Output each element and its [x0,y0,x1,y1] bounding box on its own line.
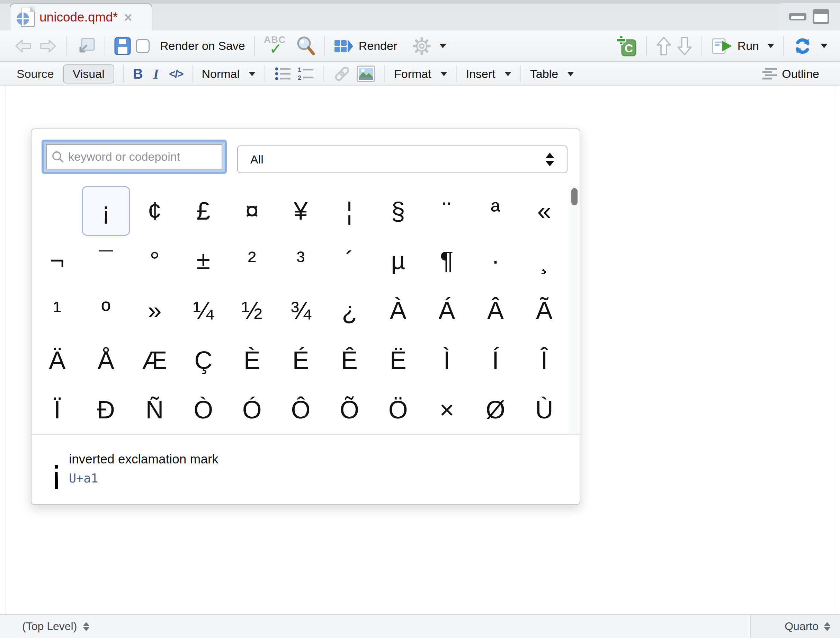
spellcheck-icon[interactable]: ABC ✓ [264,35,291,57]
char-cell[interactable]: Ê [325,335,374,385]
run-options-caret-icon[interactable] [767,44,774,48]
table-menu-caret-icon[interactable] [567,72,574,76]
char-cell[interactable]: µ [374,236,422,286]
char-cell[interactable]: ° [130,236,179,286]
char-cell[interactable]: Ã [520,286,568,335]
char-cell[interactable]: È [228,335,277,385]
char-cell[interactable]: ª [471,186,520,236]
char-cell[interactable]: Ë [374,335,422,385]
char-cell[interactable]: ¾ [276,286,325,335]
char-cell[interactable]: ± [179,236,228,286]
rerun-icon[interactable] [793,36,812,56]
save-icon[interactable] [114,37,131,55]
format-menu[interactable]: Format [394,67,431,81]
char-cell[interactable]: ¨ [422,186,471,236]
next-section-icon[interactable] [677,36,693,56]
render-on-save-checkbox[interactable] [136,39,150,53]
char-cell[interactable]: Æ [130,335,179,385]
char-cell[interactable]: Õ [325,385,374,435]
char-cell[interactable]: ¥ [276,186,325,236]
char-cell[interactable]: Á [422,286,471,335]
scope-selector[interactable]: (Top Level) [0,620,750,633]
char-cell[interactable]: × [422,385,471,435]
char-cell[interactable]: « [520,186,568,236]
back-icon[interactable] [14,38,33,54]
char-cell[interactable]: Å [82,335,131,385]
render-icon[interactable] [334,38,354,54]
char-cell[interactable]: § [374,186,422,236]
char-cell[interactable]: º [82,286,131,335]
tab-close-icon[interactable]: × [124,10,132,24]
format-selector[interactable]: Quarto [750,615,840,638]
tab-unicode-qmd[interactable]: unicode.qmd* × [10,3,152,30]
char-cell[interactable]: · [471,236,520,286]
char-cell[interactable]: Î [520,335,568,385]
char-cell[interactable]: Ô [276,385,325,435]
char-cell[interactable]: ¸ [520,236,568,286]
grid-scrollbar-thumb[interactable] [571,188,578,205]
char-cell[interactable]: Í [471,335,520,385]
open-in-new-window-icon[interactable] [76,37,96,55]
char-cell[interactable]: Ñ [130,385,179,435]
char-cell[interactable]: Ö [374,385,422,435]
outline-toggle[interactable]: Outline [763,67,819,81]
char-cell[interactable]: ¶ [422,236,471,286]
numbered-list-icon[interactable]: 1 2 [297,66,314,81]
char-cell[interactable]: ¿ [325,286,374,335]
char-cell[interactable]: ½ [228,286,277,335]
render-options-caret-icon[interactable] [439,44,446,48]
maximize-pane-icon[interactable] [813,9,829,24]
bold-button[interactable]: B [133,66,143,82]
rerun-options-caret-icon[interactable] [821,44,827,48]
char-cell[interactable]: £ [179,186,228,236]
bullet-list-icon[interactable] [274,66,292,81]
link-icon[interactable] [333,65,351,83]
paragraph-style-dropdown[interactable]: Normal [202,67,240,81]
char-cell[interactable]: ¢ [130,186,179,236]
render-button[interactable]: Render [359,39,398,53]
visual-editor-canvas[interactable]: All ¡¢£¤¥¦§¨ª«¬¯°±²³´µ¶·¸¹º»¼½¾¿ÀÁÂÃÄÅÆÇ… [0,86,840,614]
search-input[interactable] [68,150,217,163]
char-cell[interactable]: ¬ [33,236,82,286]
char-cell[interactable]: Ì [422,335,471,385]
char-cell[interactable] [33,186,82,236]
char-cell[interactable]: Ï [33,385,82,435]
char-cell[interactable]: Ð [82,385,131,435]
insert-menu[interactable]: Insert [466,67,496,81]
table-menu[interactable]: Table [530,67,558,81]
insert-chunk-icon[interactable]: C [616,35,637,57]
char-cell[interactable]: Ó [228,385,277,435]
image-icon[interactable] [357,65,375,82]
char-cell[interactable]: ¤ [228,186,277,236]
run-button[interactable]: Run [737,39,759,53]
paragraph-style-caret-icon[interactable] [249,72,256,76]
render-options-gear-icon[interactable] [412,37,431,55]
char-cell[interactable]: Ø [471,385,520,435]
insert-menu-caret-icon[interactable] [504,72,512,76]
char-cell[interactable]: ¹ [33,286,82,335]
source-mode-button[interactable]: Source [13,65,57,83]
char-cell[interactable]: ¼ [179,286,228,335]
code-button[interactable]: </> [169,68,183,81]
char-cell[interactable]: » [130,286,179,335]
char-cell[interactable]: Ò [179,385,228,435]
char-cell[interactable]: Â [471,286,520,335]
char-cell[interactable]: ¯ [82,236,131,286]
char-cell[interactable]: À [374,286,422,335]
category-select[interactable]: All [237,145,567,173]
run-icon[interactable] [711,38,733,55]
char-cell[interactable]: Ç [179,335,228,385]
char-cell[interactable]: ´ [325,236,374,286]
search-document-icon[interactable] [296,36,315,57]
char-cell[interactable]: ¦ [325,186,374,236]
previous-section-icon[interactable] [656,36,672,56]
grid-scrollbar[interactable] [570,186,579,435]
char-cell-selected[interactable]: ¡ [82,186,131,236]
char-cell[interactable]: ² [228,236,277,286]
char-cell[interactable]: Ù [520,385,568,435]
char-cell[interactable]: ³ [276,236,325,286]
char-cell[interactable]: Ä [33,335,82,385]
format-menu-caret-icon[interactable] [441,72,447,76]
visual-mode-button[interactable]: Visual [63,65,114,84]
italic-button[interactable]: I [153,66,159,82]
